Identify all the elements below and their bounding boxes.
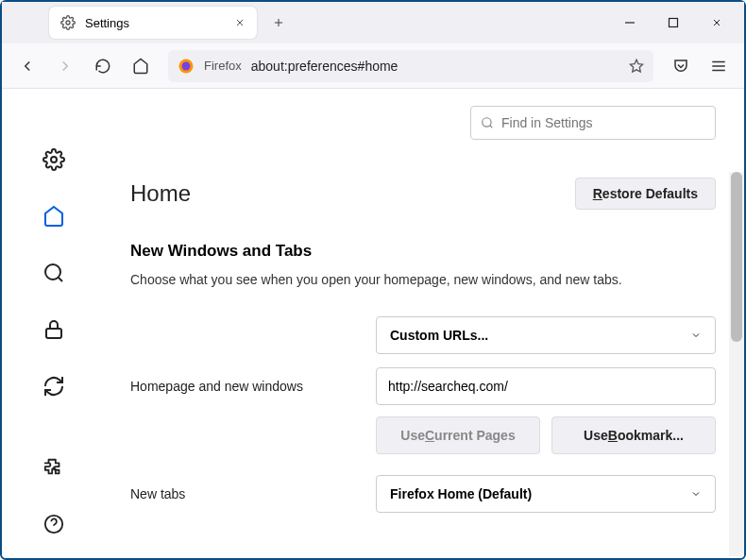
url-identity: Firefox [204,59,242,73]
chevron-down-icon [690,488,702,500]
maximize-button[interactable] [652,7,695,39]
settings-sidebar [2,89,106,558]
scrollbar[interactable] [729,172,744,556]
minimize-button[interactable] [608,7,652,39]
content-area: Home Restore Defaults New Windows and Ta… [2,89,744,558]
tab-title: Settings [85,16,225,30]
sidebar-item-help[interactable] [35,505,73,543]
bookmark-star-icon[interactable] [629,59,644,74]
homepage-label-text: Homepage and new windows [130,379,357,394]
chevron-down-icon [690,330,702,341]
browser-window: Settings [0,0,746,560]
newtabs-label: New tabs [130,486,357,501]
close-icon[interactable] [234,17,246,28]
pocket-button[interactable] [665,50,697,82]
gear-icon [60,15,76,30]
navigation-toolbar: Firefox about:preferences#home [2,43,744,89]
tab-settings[interactable]: Settings [49,7,257,39]
page-title: Home [130,180,191,207]
newtabs-dropdown[interactable]: Firefox Home (Default) [376,475,716,513]
forward-button[interactable] [49,50,81,82]
settings-search-field[interactable] [501,115,705,130]
close-button[interactable] [695,7,738,39]
new-tab-button[interactable] [263,7,295,39]
use-bookmark-button[interactable]: Use Bookmark... [551,416,716,454]
sidebar-item-general[interactable] [35,141,73,178]
scrollbar-thumb[interactable] [731,172,742,342]
window-controls [608,2,738,43]
sidebar-item-home[interactable] [35,197,73,235]
firefox-icon [178,58,195,75]
tab-bar: Settings [2,2,744,43]
svg-point-21 [483,118,491,127]
url-bar[interactable]: Firefox about:preferences#home [168,50,653,82]
svg-line-17 [59,278,62,281]
search-icon [481,116,494,129]
settings-main: Home Restore Defaults New Windows and Ta… [106,89,744,558]
section-description: Choose what you see when you open your h… [130,270,716,290]
sidebar-item-sync[interactable] [35,367,73,405]
svg-point-0 [66,21,70,25]
use-current-pages-button[interactable]: Use Current Pages [376,416,540,454]
svg-rect-6 [670,19,678,27]
svg-point-16 [45,264,60,280]
svg-point-10 [182,61,191,70]
back-button[interactable] [11,50,43,82]
sidebar-item-privacy[interactable] [35,311,73,348]
svg-rect-18 [46,329,61,338]
sidebar-item-search[interactable] [35,254,73,292]
home-icon-button[interactable] [125,50,157,82]
homepage-url-input[interactable] [376,367,716,405]
restore-defaults-button[interactable]: Restore Defaults [575,178,716,210]
settings-search-input[interactable] [470,106,716,140]
reload-button[interactable] [87,50,119,82]
svg-point-15 [51,157,57,162]
url-text: about:preferences#home [251,59,398,74]
svg-line-22 [490,126,493,128]
menu-button[interactable] [703,50,735,82]
homepage-mode-dropdown[interactable]: Custom URLs... [376,316,716,354]
section-title: New Windows and Tabs [130,242,716,261]
sidebar-item-extensions[interactable] [35,449,73,486]
svg-marker-11 [630,59,642,72]
